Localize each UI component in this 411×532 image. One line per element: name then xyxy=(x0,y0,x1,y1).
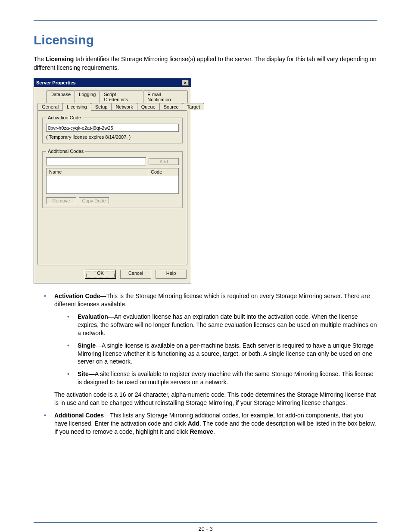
add-button[interactable]: Add xyxy=(149,158,179,165)
b1-after: The activation code is a 16 or 24 charac… xyxy=(54,391,377,407)
b1a-text: —An evaluation license has an expiration… xyxy=(78,313,377,336)
tab-row-1: Database Logging Script Credentials E-ma… xyxy=(46,90,187,103)
b1b-text: —A single license is available on a per-… xyxy=(78,342,374,365)
main-bullet-list: Activation Code—This is the Storage Mirr… xyxy=(34,292,377,436)
b1a-label: Evaluation xyxy=(78,313,108,320)
tab-setup[interactable]: Setup xyxy=(91,103,112,110)
add-key: A xyxy=(159,159,162,164)
additional-codes-legend: Additional Codes xyxy=(46,149,85,154)
tab-queue[interactable]: Queue xyxy=(137,103,160,110)
tab-target[interactable]: Target xyxy=(183,103,205,110)
bullet-activation-code: Activation Code—This is the Storage Mirr… xyxy=(44,292,377,407)
legend-pre: Activation xyxy=(48,115,70,120)
page-footer: 20 - 3 xyxy=(34,522,377,532)
bullet-additional-codes: Additional Codes—This lists any Storage … xyxy=(44,411,377,436)
cancel-button[interactable]: Cancel xyxy=(120,270,151,279)
intro-bold: Licensing xyxy=(46,56,74,62)
intro-post: tab identifies the Storage Mirroring lic… xyxy=(34,56,377,71)
copy-key: D xyxy=(94,198,98,203)
intro-pre: The xyxy=(34,56,46,62)
activation-hint: ( Temporary license expires 8/14/2007. ) xyxy=(46,134,179,140)
close-icon[interactable]: × xyxy=(182,80,189,86)
tab-script-credentials[interactable]: Script Credentials xyxy=(100,90,143,103)
help-button[interactable]: Help xyxy=(156,270,187,279)
activation-code-group: Activation Code ( Temporary license expi… xyxy=(42,115,183,143)
inner-bullet-list: Evaluation—An evaluation license has an … xyxy=(54,313,377,386)
bullet-single: Single—A single license is available on … xyxy=(67,342,377,366)
additional-codes-group: Additional Codes Add Name Code Remove Co… xyxy=(42,149,183,208)
tab-source[interactable]: Source xyxy=(159,103,183,110)
tab-logging[interactable]: Logging xyxy=(75,90,100,103)
dialog-title: Server Properties xyxy=(36,80,76,85)
b1c-label: Site xyxy=(78,370,89,377)
tab-network[interactable]: Network xyxy=(111,103,137,110)
b2-add: Add xyxy=(188,420,199,427)
tab-database[interactable]: Database xyxy=(46,90,75,103)
b1-text: —This is the Storage Mirroring license w… xyxy=(54,292,370,308)
tab-licensing[interactable]: Licensing xyxy=(62,103,91,111)
ok-button[interactable]: OK xyxy=(85,270,116,279)
b2-remove: Remove xyxy=(190,428,213,435)
col-name: Name xyxy=(47,168,148,176)
activation-code-input[interactable] xyxy=(46,124,179,132)
b2-label: Additional Codes xyxy=(54,412,104,419)
col-code: Code xyxy=(148,168,178,176)
copy-pre: Copy xyxy=(82,198,94,203)
b1-label: Activation Code xyxy=(54,292,100,299)
page-title: Licensing xyxy=(34,33,377,47)
remove-rest: emove xyxy=(56,198,70,203)
b2-text-c: . xyxy=(213,428,215,435)
intro-paragraph: The Licensing tab identifies the Storage… xyxy=(34,55,377,72)
legend-key: C xyxy=(70,115,73,120)
add-rest: dd xyxy=(163,159,168,164)
bullet-evaluation: Evaluation—An evaluation license has an … xyxy=(67,313,377,337)
legend-post: ode xyxy=(73,115,81,120)
activation-code-legend: Activation Code xyxy=(46,115,83,120)
tab-general[interactable]: General xyxy=(37,103,63,110)
copy-code-button[interactable]: Copy Dode xyxy=(79,197,109,204)
remove-button[interactable]: Remove xyxy=(46,197,76,204)
codes-listbox[interactable]: Name Code xyxy=(46,168,179,194)
b1c-text: —A site license is available to register… xyxy=(78,370,374,386)
tab-page-licensing: Activation Code ( Temporary license expi… xyxy=(37,110,187,265)
dialog-titlebar: Server Properties × xyxy=(34,78,191,87)
tab-email-notification[interactable]: E-mail Notification xyxy=(143,90,188,103)
bullet-site: Site—A site license is available to regi… xyxy=(67,370,377,386)
copy-rest: ode xyxy=(98,198,106,203)
list-header: Name Code xyxy=(47,168,178,176)
server-properties-dialog: Server Properties × Database Logging Scr… xyxy=(34,78,191,283)
b1b-label: Single xyxy=(78,342,96,349)
additional-code-input[interactable] xyxy=(46,157,146,165)
tab-row-2: General Licensing Setup Network Queue So… xyxy=(37,103,187,110)
